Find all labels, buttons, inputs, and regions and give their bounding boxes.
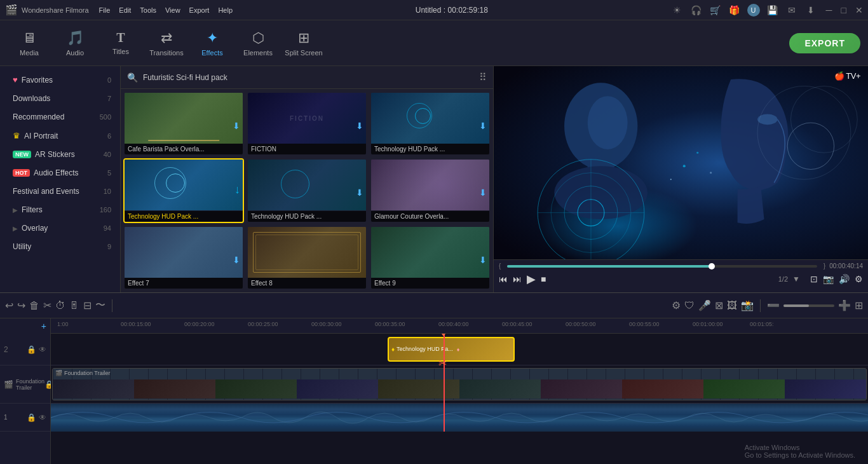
close-button[interactable]: ✕: [855, 5, 863, 15]
sidebar-item-downloads[interactable]: Downloads 7: [3, 90, 118, 107]
search-input[interactable]: [143, 73, 474, 82]
effect-clip[interactable]: ♦ Technology HUD Pa... ♦: [388, 337, 515, 362]
timeline-settings-button[interactable]: ⚙: [672, 299, 681, 311]
sidebar-item-audio-effects[interactable]: HOT Audio Effects 5: [3, 164, 118, 182]
page-dropdown-icon[interactable]: ▼: [792, 275, 800, 283]
effect-item-8[interactable]: ♦ Effect 8: [247, 226, 367, 290]
toolbar-elements[interactable]: ⬡ Elements: [236, 24, 280, 62]
zoom-slider[interactable]: [783, 304, 834, 307]
user-icon[interactable]: U: [747, 4, 760, 17]
minimize-button[interactable]: ─: [826, 5, 832, 15]
save-icon[interactable]: 💾: [766, 4, 779, 17]
menu-edit[interactable]: Edit: [119, 6, 131, 14]
timeline-shield-button[interactable]: 🛡: [684, 300, 695, 311]
grid-view-icon[interactable]: ⠿: [479, 71, 487, 83]
sidebar-item-filters[interactable]: ▶ Filters 160: [3, 201, 118, 219]
timeline-screenshot-button[interactable]: 📸: [741, 299, 754, 311]
sidebar-item-overlay[interactable]: ▶ Overlay 94: [3, 219, 118, 237]
progress-handle[interactable]: [709, 263, 715, 270]
video-clip[interactable]: 🎬 Foundation Trailer: [52, 368, 867, 400]
sidebar-item-ai-portrait[interactable]: ♛ AI Portrait 6: [3, 126, 118, 145]
audio-lock-icon[interactable]: 🔒: [27, 413, 36, 422]
thumb-visual-7: [125, 227, 243, 278]
sidebar-item-favorites[interactable]: ♥ Favorites 0: [3, 71, 118, 89]
split-button[interactable]: ⊟: [83, 299, 92, 311]
toolbar-media[interactable]: 🖥 Media: [8, 24, 51, 62]
sidebar-item-utility[interactable]: Utility 9: [3, 238, 118, 256]
gift-icon[interactable]: 🎁: [728, 4, 741, 17]
timeline-split-button[interactable]: ⊠: [715, 299, 723, 311]
playhead[interactable]: ✂: [444, 334, 445, 432]
download-icon-1[interactable]: ⬇: [233, 121, 240, 131]
effect-item-4[interactable]: 💎 ↓ Technology HUD Pack ...: [123, 158, 244, 222]
audio-eye-icon[interactable]: 👁: [39, 413, 46, 422]
cut-button[interactable]: ✂: [43, 299, 51, 311]
download-header-icon[interactable]: ⬇: [804, 4, 817, 17]
download-icon-3[interactable]: ⬇: [479, 121, 487, 131]
step-back-button[interactable]: ⏮: [499, 274, 508, 284]
undo-button[interactable]: ↩: [5, 299, 13, 311]
cart-icon[interactable]: 🛒: [709, 4, 722, 17]
media-icon: 🖥: [22, 30, 36, 46]
toolbar-titles[interactable]: T Titles: [99, 24, 142, 62]
screenshot-button[interactable]: 📷: [823, 274, 834, 284]
download-icon-9[interactable]: ⬇: [479, 255, 487, 265]
sidebar-ai-portrait-label: AI Portrait: [24, 132, 58, 140]
menu-file[interactable]: File: [99, 6, 111, 14]
fullscreen-button[interactable]: ⊡: [810, 274, 818, 284]
effect-lock-icon[interactable]: 🔒: [27, 345, 36, 354]
settings-preview-button[interactable]: ⚙: [855, 274, 863, 284]
download-icon-6[interactable]: ⬇: [479, 188, 487, 198]
effect-item-2[interactable]: FICTION ⬇ FICTION: [247, 92, 367, 156]
redo-button[interactable]: ↪: [17, 299, 25, 311]
stop-button[interactable]: ■: [541, 274, 546, 284]
effect-item-3[interactable]: ⬇ Technology HUD Pack ...: [370, 92, 491, 156]
download-icon-7[interactable]: ⬇: [233, 255, 240, 265]
menu-export[interactable]: Export: [189, 6, 210, 14]
zoom-in-button[interactable]: ➕: [838, 299, 851, 311]
audio-tune-button[interactable]: 🎚: [69, 300, 79, 311]
menu-help[interactable]: Help: [218, 6, 233, 14]
notification-icon[interactable]: ✉: [785, 4, 798, 17]
delete-button[interactable]: 🗑: [29, 300, 39, 311]
export-button[interactable]: EXPORT: [789, 33, 860, 53]
effect-label-4: Technology HUD Pack ...: [125, 211, 243, 222]
timeline-mic-button[interactable]: 🎤: [698, 299, 711, 311]
sidebar-item-ar-stickers[interactable]: NEW AR Stickers 40: [3, 146, 118, 163]
sidebar-ai-portrait-count: 6: [98, 132, 111, 140]
fit-button[interactable]: ⊞: [855, 299, 863, 311]
download-icon-2[interactable]: ⬇: [356, 121, 363, 131]
toolbar-split-screen[interactable]: ⊞ Split Screen: [282, 24, 325, 62]
effect-item-6[interactable]: ⬇ Glamour Couture Overla...: [370, 158, 491, 222]
effect-label-2: FICTION: [248, 144, 366, 154]
sun-icon[interactable]: ☀: [671, 4, 684, 17]
maximize-button[interactable]: □: [841, 5, 846, 15]
headphone-icon[interactable]: 🎧: [690, 4, 703, 17]
add-track-button[interactable]: +: [41, 321, 46, 331]
sidebar-item-recommended[interactable]: Recommended 500: [3, 108, 118, 126]
audio-wave-button[interactable]: 〜: [95, 299, 105, 312]
effect-item-7[interactable]: ⬇ Effect 7: [123, 226, 244, 290]
toolbar-audio[interactable]: 🎵 Audio: [53, 24, 97, 62]
effect-item-1[interactable]: ⬇ Cafe Barista Pack Overla...: [123, 92, 244, 156]
speed-button[interactable]: ⏱: [55, 300, 65, 311]
zoom-out-button[interactable]: ➖: [767, 299, 780, 311]
timeline-media-button[interactable]: 🖼: [727, 300, 737, 311]
sidebar-overlay-count: 94: [98, 224, 111, 232]
effect-item-5[interactable]: 💎 ⬇ Technology HUD Pack ...: [247, 158, 367, 222]
menu-view[interactable]: View: [165, 6, 180, 14]
play-button[interactable]: ▶: [527, 272, 536, 286]
progress-bar[interactable]: [507, 265, 817, 268]
sidebar-item-festival[interactable]: Festival and Events 10: [3, 182, 118, 200]
effect-item-9[interactable]: ♦ ⬇ Effect 9: [370, 226, 491, 290]
toolbar-transitions[interactable]: ⇄ Transitions: [145, 24, 188, 62]
effect-label-5: Technology HUD Pack ...: [248, 211, 366, 222]
heart-icon: ♥: [13, 75, 18, 85]
effect-eye-icon[interactable]: 👁: [39, 345, 46, 354]
toolbar-effects[interactable]: ✦ Effects: [191, 24, 234, 62]
step-forward-button[interactable]: ⏭: [513, 274, 522, 284]
download-icon-5[interactable]: ⬇: [356, 188, 363, 198]
menu-tools[interactable]: Tools: [140, 6, 156, 14]
volume-button[interactable]: 🔊: [839, 274, 850, 284]
titlebar-left: 🎬 Wondershare Filmora File Edit Tools Vi…: [5, 4, 233, 16]
